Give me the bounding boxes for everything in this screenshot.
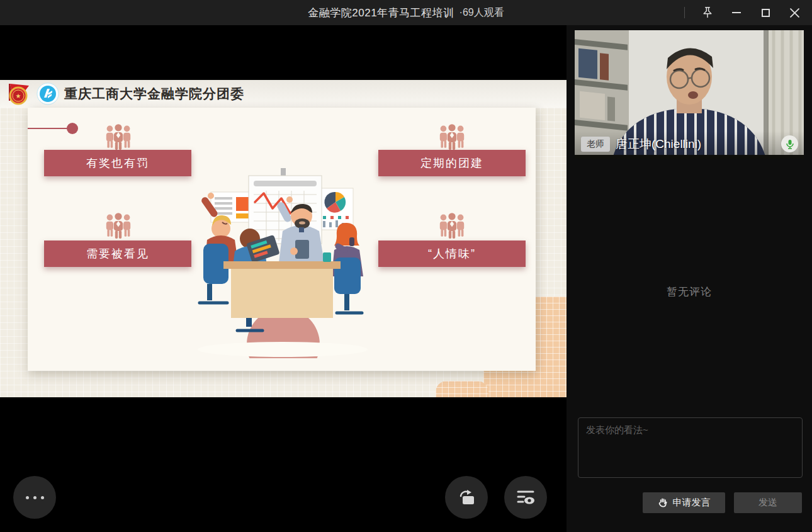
send-label: 发送 [758,497,777,507]
comment-list-eye-icon [516,489,535,506]
slide-org-title: 重庆工商大学金融学院分团委 [64,85,244,103]
viewer-count: ·69人观看 [460,6,504,20]
maximize-icon[interactable] [753,0,778,25]
meeting-illustration [188,163,377,358]
group-icon [437,213,467,239]
rotate-screen-icon [456,488,476,507]
title-bar: 金融学院2021年青马工程培训 ·69人观看 [0,0,812,25]
slide-content-panel: 有奖也有罚 定期的团建 需要被看见 “人情味” [28,108,536,371]
decor-line [28,128,68,129]
group-icon [103,124,133,150]
role-badge: 老师 [581,137,610,152]
college-logo [37,82,59,105]
group-icon [103,213,133,239]
presentation-slide: ★ 重庆工商大学金融学院分团委 [0,80,567,397]
slide-label-teambuilding: 定期的团建 [378,150,526,176]
youth-league-emblem: ★ [6,82,30,106]
more-options-button[interactable] [13,476,56,519]
window-controls [684,0,807,25]
comment-actions: 申请发言 发送 [567,492,812,512]
slide-label-warmth: “人情味” [378,241,526,267]
window-title: 金融学院2021年青马工程培训 [308,6,454,20]
slide-label-seen: 需要被看见 [44,241,191,267]
svg-text:★: ★ [16,93,21,99]
live-sidebar: 老师 唐正坤(Chiellini) 暂无评论 申请发言 发送 [567,25,812,532]
request-speak-label: 申请发言 [673,497,711,509]
empty-comments-text: 暂无评论 [567,285,812,299]
divider [684,7,685,18]
screen-share-stage: ★ 重庆工商大学金融学院分团委 [0,25,567,532]
group-icon [437,124,467,150]
rotate-screen-button[interactable] [445,476,488,519]
speaker-label: 老师 唐正坤(Chiellini) [575,133,804,155]
comment-input[interactable] [578,417,803,478]
microphone-on-icon [781,135,798,152]
send-button[interactable]: 发送 [734,492,802,513]
ellipsis-icon [26,496,44,499]
slide-label-reward: 有奖也有罚 [44,150,191,176]
request-speak-button[interactable]: 申请发言 [643,492,725,513]
speaker-name: 唐正坤(Chiellini) [616,136,701,152]
decor-dot [67,123,78,134]
small-pattern-blob [436,381,488,397]
pin-icon[interactable] [695,0,720,25]
comment-visibility-button[interactable] [504,476,547,519]
close-icon[interactable] [782,0,807,25]
raised-hand-icon [658,497,668,508]
minimize-icon[interactable] [724,0,749,25]
teacher-video-tile[interactable]: 老师 唐正坤(Chiellini) [575,30,804,159]
slide-header: ★ 重庆工商大学金融学院分团委 [0,80,567,108]
